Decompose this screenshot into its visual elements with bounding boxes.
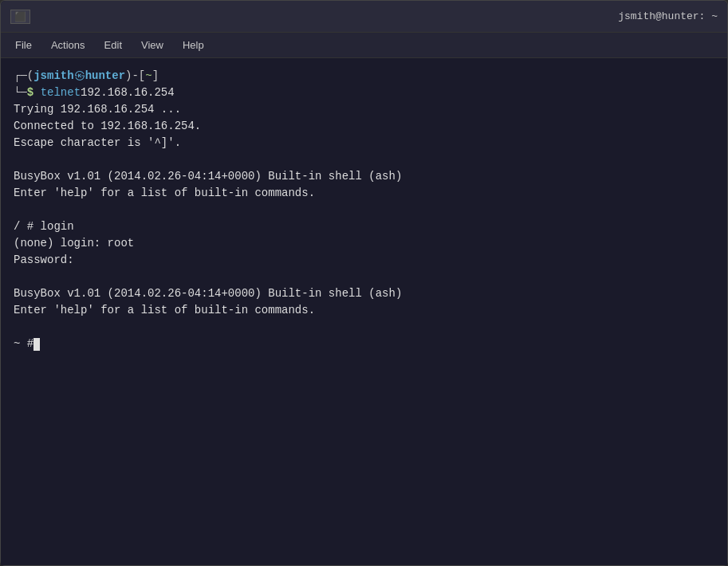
prompt-line-2: └─$ telnet 192.168.16.254 <box>14 85 714 101</box>
paren-close-bracket: )-[ <box>125 68 145 85</box>
output-connected: Connected to 192.168.16.254. <box>14 118 714 135</box>
menu-bar: File Actions Edit View Help <box>1 33 727 58</box>
prompt-prefix: └─ <box>14 85 27 101</box>
terminal-window: ⬛ jsmith@hunter: ~ File Actions Edit Vie… <box>0 0 728 566</box>
title-bar: ⬛ jsmith@hunter: ~ <box>1 1 727 33</box>
output-trying: Trying 192.168.16.254 ... <box>14 101 714 118</box>
menu-help[interactable]: Help <box>175 36 212 54</box>
blank-2 <box>14 202 714 218</box>
menu-view[interactable]: View <box>133 36 171 54</box>
output-escape: Escape character is '^]'. <box>14 135 714 151</box>
output-busybox-2: BusyBox v1.01 (2014.02.26-04:14+0000) Bu… <box>14 285 714 302</box>
current-dir: ~ <box>145 68 152 85</box>
bracket-close: ] <box>152 68 159 85</box>
root-prompt-text: ~ # <box>14 336 33 352</box>
output-none-login: (none) login: root <box>14 235 714 252</box>
title-bar-left: ⬛ <box>10 10 30 24</box>
window-icon: ⬛ <box>10 10 30 24</box>
prompt-line-1: ┌─(jsmith㉿hunter)-[~] <box>14 68 714 85</box>
window-title: jsmith@hunter: ~ <box>618 10 718 22</box>
blank-1 <box>14 151 714 168</box>
menu-edit[interactable]: Edit <box>96 36 130 54</box>
blank-3 <box>14 269 714 285</box>
at-symbol: ㉿ <box>74 68 85 85</box>
output-login-prompt: / # login <box>14 218 714 235</box>
root-prompt-line: ~ # <box>14 336 714 352</box>
menu-file[interactable]: File <box>7 36 40 54</box>
username: jsmith <box>33 68 73 85</box>
output-busybox-1: BusyBox v1.01 (2014.02.26-04:14+0000) Bu… <box>14 168 714 185</box>
dollar-sign: $ <box>27 85 41 101</box>
cmd-args: 192.168.16.254 <box>81 85 175 101</box>
cmd-telnet: telnet <box>41 85 81 101</box>
output-help-1: Enter 'help' for a list of built-in comm… <box>14 185 714 202</box>
menu-actions[interactable]: Actions <box>43 36 93 54</box>
paren-open: ┌─( <box>14 68 33 85</box>
terminal-body[interactable]: ┌─(jsmith㉿hunter)-[~] └─$ telnet 192.168… <box>1 58 727 565</box>
output-help-2: Enter 'help' for a list of built-in comm… <box>14 302 714 319</box>
blank-4 <box>14 319 714 336</box>
output-password: Password: <box>14 252 714 269</box>
hostname: hunter <box>85 68 125 85</box>
cursor <box>33 338 40 351</box>
